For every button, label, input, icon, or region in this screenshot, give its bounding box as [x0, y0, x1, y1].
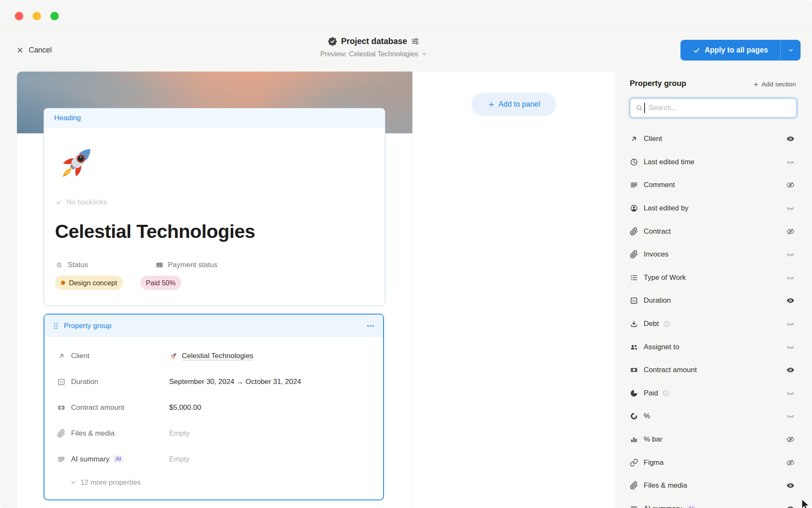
property-row-contract-amount[interactable]: Contract amount $5,000.00 [57, 395, 373, 420]
search-box[interactable] [630, 98, 797, 118]
rocket-page-icon[interactable] [55, 141, 99, 185]
preview-page-title: Celestial Technologies [55, 220, 374, 243]
property-group-section[interactable]: Property group Client Celestial Technolo… [44, 314, 384, 500]
property-row-files-media[interactable]: Files & media Empty [57, 420, 373, 446]
sidebar-item-label: % [644, 412, 650, 420]
cancel-button[interactable]: Cancel [16, 42, 52, 58]
sidebar-item-figma[interactable]: Figma [630, 451, 798, 474]
more-properties-toggle[interactable]: 12 more properties [57, 472, 373, 493]
sidebar-item-label: Duration [644, 296, 671, 305]
sidebar-item-invoces[interactable]: Invoces [630, 243, 798, 266]
heading-section-header[interactable]: Heading [44, 108, 385, 128]
add-to-panel-button[interactable]: Add to panel [472, 93, 556, 116]
pie-chart-icon [630, 389, 638, 398]
sidebar-item-label: Comment [644, 181, 675, 189]
payment-status-label: Payment status [168, 261, 217, 269]
empty-value: Empty [169, 429, 189, 438]
eye-closed-icon[interactable] [786, 343, 795, 351]
text-lines-icon [630, 181, 638, 189]
relation-value[interactable]: Celestial Technologies [182, 352, 253, 360]
eye-slash-icon[interactable] [786, 435, 795, 444]
sidebar-item-label: Assignet to [644, 343, 679, 351]
eye-closed-icon[interactable] [786, 204, 795, 213]
eye-open-icon[interactable] [786, 505, 795, 508]
sidebar-item-comment[interactable]: Comment [630, 174, 798, 197]
cancel-label: Cancel [29, 46, 52, 55]
backlinks-row: No backlinks [55, 197, 374, 207]
status-value-pill[interactable]: Design concept [55, 276, 123, 290]
empty-value: Empty [169, 455, 189, 464]
status-dot-icon [61, 281, 65, 285]
link-icon [630, 458, 638, 467]
tune-settings-icon[interactable] [411, 37, 420, 46]
sidebar-item-label: Contract amount [644, 366, 697, 374]
sidebar-item-label: Contract [644, 227, 671, 236]
eye-open-icon[interactable] [786, 481, 795, 490]
arrow-down-left-icon [55, 199, 63, 206]
payment-status-value-pill[interactable]: Paid 50% [140, 276, 181, 290]
traffic-light-close[interactable] [15, 12, 23, 20]
status-value: Design concept [69, 279, 117, 287]
eye-closed-icon[interactable] [786, 412, 795, 420]
sidebar-item-last-edited-time[interactable]: Last edited time [630, 151, 798, 174]
sidebar-item-paid[interactable]: Paid [630, 382, 798, 405]
eye-closed-icon[interactable] [786, 273, 795, 282]
verified-badge-icon [328, 37, 337, 46]
add-section-label: Add section [762, 80, 796, 88]
add-to-panel-label: Add to panel [499, 100, 540, 109]
traffic-light-zoom[interactable] [50, 12, 59, 20]
add-section-button[interactable]: Add section [753, 80, 796, 88]
property-row-ai-summary[interactable]: AI summary AI Empty [57, 446, 373, 472]
traffic-light-minimize[interactable] [33, 12, 41, 20]
sidebar-item-assignet-to[interactable]: Assignet to [630, 335, 798, 359]
eye-closed-icon[interactable] [786, 320, 795, 328]
sidebar-item-debt[interactable]: Debt [630, 312, 798, 336]
heading-section[interactable]: Heading No backlinks Celestial Technolog… [44, 108, 385, 306]
eye-closed-icon[interactable] [786, 389, 795, 398]
eye-closed-icon[interactable] [786, 158, 795, 166]
eye-open-icon[interactable] [786, 135, 795, 143]
eye-slash-icon[interactable] [786, 227, 795, 236]
property-label: Files & media [71, 429, 115, 438]
eye-open-icon[interactable] [786, 296, 795, 305]
eye-slash-icon[interactable] [786, 458, 795, 467]
sidebar-item-percent[interactable]: % [630, 405, 798, 428]
sidebar-item-ai-summary[interactable]: AI summary AI [630, 497, 798, 508]
drag-handle-icon[interactable] [53, 322, 59, 330]
chevron-down-icon [421, 51, 428, 57]
sidebar-item-duration[interactable]: Duration [630, 289, 798, 312]
sidebar-item-label: Paid [644, 389, 658, 398]
more-options-icon[interactable] [366, 322, 375, 330]
sidebar-item-contract-amount[interactable]: Contract amount [630, 359, 798, 382]
eye-closed-icon[interactable] [786, 250, 795, 259]
property-group-header[interactable]: Property group [44, 315, 383, 337]
text-lines-icon [57, 455, 66, 464]
bulleted-list-icon [630, 273, 638, 282]
no-backlinks-label: No backlinks [66, 198, 107, 207]
download-icon [630, 320, 638, 328]
calendar-icon [57, 378, 66, 386]
sidebar-item-label: Debt [644, 320, 659, 328]
sidebar-item-client[interactable]: Client [630, 127, 798, 151]
property-row-client[interactable]: Client Celestial Technologies [57, 343, 373, 369]
sidebar-item-label: AI summary [644, 505, 682, 508]
eye-open-icon[interactable] [786, 366, 795, 374]
sidebar-item-percent-bar[interactable]: % bar [630, 428, 798, 451]
status-property-label: Status [55, 260, 155, 270]
preview-canvas: Add to panel Heading No backlinks Celest… [17, 72, 615, 508]
property-row-duration[interactable]: Duration September 30, 2024 → October 31… [57, 369, 373, 395]
sidebar-item-label: Client [644, 135, 662, 143]
paperclip-icon [630, 227, 638, 236]
property-sidebar: Property group Add section Client Last e… [630, 0, 798, 508]
sidebar-item-type-of-work[interactable]: Type of Work [630, 266, 798, 290]
search-input[interactable] [648, 103, 797, 113]
more-properties-label: 12 more properties [80, 478, 141, 487]
sidebar-item-contract[interactable]: Contract [630, 220, 798, 243]
sidebar-item-last-edited-by[interactable]: Last edited by [630, 197, 798, 220]
payment-status-value: Paid 50% [146, 279, 176, 287]
close-icon [16, 46, 24, 54]
rocket-icon [169, 351, 178, 360]
sidebar-item-files-media[interactable]: Files & media [630, 474, 798, 497]
eye-slash-icon[interactable] [786, 181, 795, 189]
preview-selector[interactable]: Preview: Celestial Technologies [320, 50, 428, 58]
